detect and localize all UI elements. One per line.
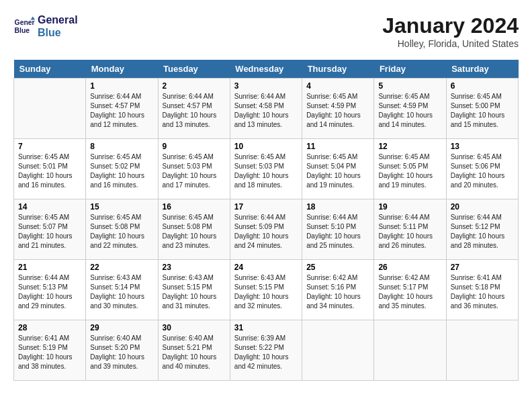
calendar-cell: 27 Sunrise: 6:41 AM Sunset: 5:18 PM Dayl…: [446, 260, 518, 320]
day-number: 26: [378, 263, 441, 272]
day-number: 20: [451, 202, 514, 212]
calendar-cell: 5 Sunrise: 6:45 AM Sunset: 4:59 PM Dayli…: [374, 79, 446, 139]
svg-marker-2: [31, 17, 35, 20]
day-info: Sunrise: 6:45 AM Sunset: 5:00 PM Dayligh…: [451, 92, 514, 130]
day-info: Sunrise: 6:45 AM Sunset: 5:05 PM Dayligh…: [378, 152, 441, 190]
calendar-cell: 9 Sunrise: 6:45 AM Sunset: 5:03 PM Dayli…: [158, 139, 230, 199]
month-year-title: January 2024: [382, 13, 519, 38]
day-number: 1: [90, 81, 153, 91]
day-number: 11: [306, 142, 369, 151]
day-number: 4: [306, 81, 369, 91]
day-number: 28: [18, 323, 81, 332]
day-number: 24: [234, 263, 298, 272]
calendar-cell: 2 Sunrise: 6:44 AM Sunset: 4:57 PM Dayli…: [158, 79, 230, 139]
calendar-cell: 23 Sunrise: 6:43 AM Sunset: 5:15 PM Dayl…: [158, 260, 230, 320]
day-info: Sunrise: 6:41 AM Sunset: 5:19 PM Dayligh…: [18, 334, 81, 371]
calendar-cell: 29 Sunrise: 6:40 AM Sunset: 5:20 PM Dayl…: [86, 320, 158, 381]
day-info: Sunrise: 6:43 AM Sunset: 5:15 PM Dayligh…: [234, 273, 298, 311]
calendar-cell: 26 Sunrise: 6:42 AM Sunset: 5:17 PM Dayl…: [374, 260, 446, 320]
day-number: 31: [234, 323, 298, 332]
day-info: Sunrise: 6:45 AM Sunset: 5:07 PM Dayligh…: [18, 213, 81, 250]
calendar-cell: 20 Sunrise: 6:44 AM Sunset: 5:12 PM Dayl…: [446, 199, 518, 260]
location-subtitle: Holley, Florida, United States: [382, 38, 519, 49]
day-info: Sunrise: 6:45 AM Sunset: 5:01 PM Dayligh…: [18, 152, 81, 190]
day-number: 2: [163, 81, 226, 91]
svg-text:General: General: [15, 19, 35, 27]
calendar-cell: 21 Sunrise: 6:44 AM Sunset: 5:13 PM Dayl…: [14, 260, 86, 320]
day-number: 18: [306, 202, 369, 212]
day-number: 17: [234, 202, 298, 212]
day-info: Sunrise: 6:45 AM Sunset: 5:03 PM Dayligh…: [163, 152, 226, 190]
day-info: Sunrise: 6:45 AM Sunset: 5:03 PM Dayligh…: [234, 152, 298, 190]
calendar-cell: 30 Sunrise: 6:40 AM Sunset: 5:21 PM Dayl…: [158, 320, 230, 381]
weekday-header-friday: Friday: [374, 60, 446, 79]
calendar-cell: 4 Sunrise: 6:45 AM Sunset: 4:59 PM Dayli…: [302, 79, 374, 139]
day-info: Sunrise: 6:41 AM Sunset: 5:18 PM Dayligh…: [451, 273, 514, 311]
week-row-1: 1 Sunrise: 6:44 AM Sunset: 4:57 PM Dayli…: [14, 79, 519, 139]
day-number: 13: [451, 142, 514, 151]
day-info: Sunrise: 6:45 AM Sunset: 5:04 PM Dayligh…: [306, 152, 369, 190]
calendar-cell: 11 Sunrise: 6:45 AM Sunset: 5:04 PM Dayl…: [302, 139, 374, 199]
calendar-cell: 14 Sunrise: 6:45 AM Sunset: 5:07 PM Dayl…: [14, 199, 86, 260]
day-info: Sunrise: 6:43 AM Sunset: 5:14 PM Dayligh…: [90, 273, 153, 311]
calendar-cell: 12 Sunrise: 6:45 AM Sunset: 5:05 PM Dayl…: [374, 139, 446, 199]
calendar-table: SundayMondayTuesdayWednesdayThursdayFrid…: [13, 60, 519, 381]
day-info: Sunrise: 6:40 AM Sunset: 5:21 PM Dayligh…: [163, 334, 226, 371]
day-number: 6: [451, 81, 514, 91]
day-info: Sunrise: 6:44 AM Sunset: 5:13 PM Dayligh…: [18, 273, 81, 311]
day-info: Sunrise: 6:44 AM Sunset: 5:12 PM Dayligh…: [451, 213, 514, 250]
day-number: 27: [451, 263, 514, 272]
week-row-3: 14 Sunrise: 6:45 AM Sunset: 5:07 PM Dayl…: [14, 199, 519, 260]
calendar-cell: 24 Sunrise: 6:43 AM Sunset: 5:15 PM Dayl…: [230, 260, 302, 320]
calendar-cell: 16 Sunrise: 6:45 AM Sunset: 5:08 PM Dayl…: [158, 199, 230, 260]
day-info: Sunrise: 6:45 AM Sunset: 5:02 PM Dayligh…: [90, 152, 153, 190]
weekday-header-monday: Monday: [86, 60, 158, 79]
day-number: 23: [163, 263, 226, 272]
day-number: 5: [378, 81, 441, 91]
title-block: January 2024 Holley, Florida, United Sta…: [382, 13, 519, 49]
calendar-cell: 31 Sunrise: 6:39 AM Sunset: 5:22 PM Dayl…: [230, 320, 302, 381]
day-number: 3: [234, 81, 298, 91]
day-info: Sunrise: 6:42 AM Sunset: 5:17 PM Dayligh…: [378, 273, 441, 311]
svg-text:Blue: Blue: [15, 27, 30, 34]
weekday-header-wednesday: Wednesday: [230, 60, 302, 79]
day-info: Sunrise: 6:45 AM Sunset: 4:59 PM Dayligh…: [378, 92, 441, 130]
calendar-cell: 22 Sunrise: 6:43 AM Sunset: 5:14 PM Dayl…: [86, 260, 158, 320]
day-info: Sunrise: 6:43 AM Sunset: 5:15 PM Dayligh…: [163, 273, 226, 311]
calendar-cell: 17 Sunrise: 6:44 AM Sunset: 5:09 PM Dayl…: [230, 199, 302, 260]
day-number: 22: [90, 263, 153, 272]
day-info: Sunrise: 6:44 AM Sunset: 4:58 PM Dayligh…: [234, 92, 298, 130]
week-row-4: 21 Sunrise: 6:44 AM Sunset: 5:13 PM Dayl…: [14, 260, 519, 320]
page-header: General Blue General Blue January 2024 H…: [13, 13, 519, 49]
logo: General Blue General Blue: [13, 13, 78, 39]
calendar-cell: 28 Sunrise: 6:41 AM Sunset: 5:19 PM Dayl…: [14, 320, 86, 381]
weekday-header-sunday: Sunday: [14, 60, 86, 79]
week-row-5: 28 Sunrise: 6:41 AM Sunset: 5:19 PM Dayl…: [14, 320, 519, 381]
day-number: 29: [90, 323, 153, 332]
day-number: 25: [306, 263, 369, 272]
calendar-cell: [14, 79, 86, 139]
calendar-cell: 15 Sunrise: 6:45 AM Sunset: 5:08 PM Dayl…: [86, 199, 158, 260]
day-info: Sunrise: 6:44 AM Sunset: 5:09 PM Dayligh…: [234, 213, 298, 250]
day-number: 14: [18, 202, 81, 212]
day-info: Sunrise: 6:45 AM Sunset: 5:08 PM Dayligh…: [163, 213, 226, 250]
calendar-cell: [374, 320, 446, 381]
week-row-2: 7 Sunrise: 6:45 AM Sunset: 5:01 PM Dayli…: [14, 139, 519, 199]
weekday-header-row: SundayMondayTuesdayWednesdayThursdayFrid…: [14, 60, 519, 79]
day-info: Sunrise: 6:44 AM Sunset: 4:57 PM Dayligh…: [90, 92, 153, 130]
logo-text-blue: Blue: [38, 26, 78, 39]
calendar-cell: 25 Sunrise: 6:42 AM Sunset: 5:16 PM Dayl…: [302, 260, 374, 320]
calendar-cell: 18 Sunrise: 6:44 AM Sunset: 5:10 PM Dayl…: [302, 199, 374, 260]
calendar-cell: 13 Sunrise: 6:45 AM Sunset: 5:06 PM Dayl…: [446, 139, 518, 199]
calendar-cell: 1 Sunrise: 6:44 AM Sunset: 4:57 PM Dayli…: [86, 79, 158, 139]
day-number: 15: [90, 202, 153, 212]
day-number: 12: [378, 142, 441, 151]
day-info: Sunrise: 6:42 AM Sunset: 5:16 PM Dayligh…: [306, 273, 369, 311]
calendar-cell: 19 Sunrise: 6:44 AM Sunset: 5:11 PM Dayl…: [374, 199, 446, 260]
weekday-header-thursday: Thursday: [302, 60, 374, 79]
day-info: Sunrise: 6:45 AM Sunset: 5:08 PM Dayligh…: [90, 213, 153, 250]
day-info: Sunrise: 6:39 AM Sunset: 5:22 PM Dayligh…: [234, 334, 298, 371]
day-info: Sunrise: 6:45 AM Sunset: 5:06 PM Dayligh…: [451, 152, 514, 190]
day-info: Sunrise: 6:45 AM Sunset: 4:59 PM Dayligh…: [306, 92, 369, 130]
day-number: 19: [378, 202, 441, 212]
